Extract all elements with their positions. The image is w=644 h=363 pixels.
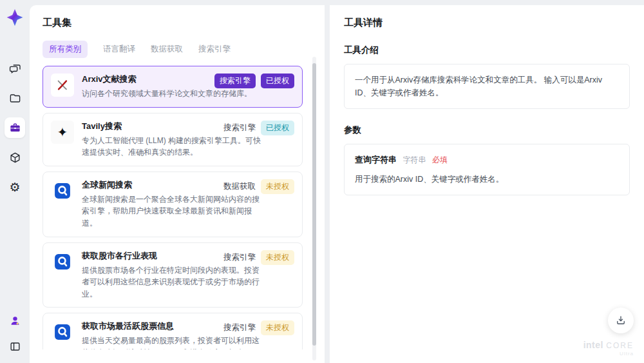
category-label: 搜索引擎 bbox=[223, 322, 256, 333]
params-heading: 参数 bbox=[344, 124, 630, 136]
chat-icon bbox=[9, 63, 21, 75]
panel-toggle-icon bbox=[9, 340, 21, 353]
gear-icon: ⚙ bbox=[9, 181, 20, 193]
intro-text: 一个用于从Arxiv存储库搜索科学论文和文章的工具。 输入可以是Arxiv ID… bbox=[355, 75, 602, 97]
arxiv-icon bbox=[51, 74, 74, 97]
tool-detail-panel: 工具详情 工具介绍 一个用于从Arxiv存储库搜索科学论文和文章的工具。 输入可… bbox=[330, 5, 644, 363]
tab-search-engine[interactable]: 搜索引擎 bbox=[198, 41, 231, 58]
tool-card-global-news[interactable]: 全球新闻搜索 全球新闻搜索是一个聚合全球各大新闻网站内容的搜索引擎，帮助用户快速… bbox=[43, 172, 303, 237]
core-wordmark: CORE bbox=[606, 341, 634, 350]
sidebar-item-models[interactable] bbox=[5, 147, 25, 168]
user-avatar-button[interactable] bbox=[5, 310, 25, 331]
auth-status-badge: 已授权 bbox=[261, 74, 294, 88]
collapse-panel-button[interactable] bbox=[5, 336, 25, 357]
stock-search-icon bbox=[51, 250, 74, 273]
auth-status-badge: 未授权 bbox=[261, 320, 294, 335]
category-label: 数据获取 bbox=[223, 181, 256, 192]
param-name: 查询字符串 bbox=[355, 155, 397, 164]
tool-list: Arxiv文献搜索 访问各个研究领域大量科学论文和文章的存储库。 搜索引擎 已授… bbox=[43, 66, 312, 349]
cube-icon bbox=[9, 152, 21, 164]
tool-card-tavily[interactable]: ✦ Tavily搜索 专为人工智能代理 (LLM) 构建的搜索引擎工具。可快速提… bbox=[43, 113, 303, 166]
category-label: 搜索引擎 bbox=[223, 123, 256, 133]
detail-title: 工具详情 bbox=[344, 17, 630, 29]
intel-sub-label: Ultra bbox=[583, 351, 634, 357]
sidebar-item-files[interactable] bbox=[5, 88, 25, 108]
tool-description: 提供当天交易量最高的股票列表，投资者可以利用这些信息来识别流动性强的股票和潜在的… bbox=[82, 335, 262, 349]
tool-description: 提供股票市场各个行业在特定时间段内的表现。投资者可以利用这些信息来识别表现优于或… bbox=[82, 264, 262, 300]
tab-translation[interactable]: 语言翻译 bbox=[103, 41, 135, 58]
category-label: 搜索引擎 bbox=[223, 252, 256, 263]
param-required-badge: 必填 bbox=[432, 155, 448, 164]
tab-data-fetch[interactable]: 数据获取 bbox=[151, 41, 183, 58]
sidebar-bottom bbox=[5, 310, 25, 357]
param-box: 查询字符串 字符串 必填 用于搜索的Arxiv ID、关键字或作者姓名。 bbox=[344, 144, 630, 195]
intro-heading: 工具介绍 bbox=[344, 44, 630, 56]
download-button[interactable] bbox=[608, 308, 634, 333]
news-search-icon bbox=[51, 179, 74, 202]
user-icon bbox=[9, 315, 21, 327]
auth-status-badge: 已授权 bbox=[261, 121, 294, 135]
stock-search-icon bbox=[51, 320, 74, 344]
param-type: 字符串 bbox=[402, 155, 426, 164]
tool-card-active-stocks[interactable]: 获取市场最活跃股票信息 提供当天交易量最高的股票列表，投资者可以利用这些信息来识… bbox=[43, 313, 303, 349]
auth-status-badge: 未授权 bbox=[261, 179, 294, 194]
auth-status-badge: 未授权 bbox=[261, 250, 294, 265]
sidebar-item-chat[interactable] bbox=[5, 58, 25, 79]
folder-icon bbox=[9, 92, 21, 104]
intel-wordmark: intel bbox=[583, 340, 603, 350]
download-icon bbox=[615, 315, 627, 326]
sidebar: ⚙ bbox=[0, 0, 30, 363]
tool-description: 全球新闻搜索是一个聚合全球各大新闻网站内容的搜索引擎，帮助用户快速获取全球最新资… bbox=[82, 193, 262, 230]
tool-description: 访问各个研究领域大量科学论文和文章的存储库。 bbox=[82, 88, 252, 100]
tavily-star-icon: ✦ bbox=[51, 121, 74, 144]
tool-description: 专为人工智能代理 (LLM) 构建的搜索引擎工具。可快速提供实时、准确和真实的结… bbox=[82, 135, 262, 159]
category-tabs: 所有类别 语言翻译 数据获取 搜索引擎 bbox=[43, 41, 312, 58]
sidebar-item-toolbox[interactable] bbox=[5, 117, 25, 138]
tool-card-sector-performance[interactable]: 获取股市各行业表现 提供股票市场各个行业在特定时间段内的表现。投资者可以利用这些… bbox=[43, 242, 303, 308]
briefcase-icon bbox=[9, 122, 21, 134]
category-badge: 搜索引擎 bbox=[214, 74, 256, 88]
app-logo-icon bbox=[5, 8, 24, 27]
intro-box: 一个用于从Arxiv存储库搜索科学论文和文章的工具。 输入可以是Arxiv ID… bbox=[344, 64, 630, 109]
app-window: ⚙ 工具集 所有类别 语言翻译 bbox=[0, 0, 644, 363]
tool-list-scrollbar[interactable] bbox=[312, 57, 316, 360]
tab-all-categories[interactable]: 所有类别 bbox=[43, 41, 88, 58]
sidebar-item-settings[interactable]: ⚙ bbox=[5, 177, 25, 197]
page-title: 工具集 bbox=[43, 17, 312, 29]
tool-card-arxiv[interactable]: Arxiv文献搜索 访问各个研究领域大量科学论文和文章的存储库。 搜索引擎 已授… bbox=[43, 66, 303, 108]
sidebar-nav: ⚙ bbox=[5, 58, 25, 197]
scrollbar-thumb[interactable] bbox=[312, 63, 316, 346]
param-description: 用于搜索的Arxiv ID、关键字或作者姓名。 bbox=[355, 173, 619, 186]
tool-list-panel: 工具集 所有类别 语言翻译 数据获取 搜索引擎 Arxiv文献搜索 访问各个研究… bbox=[30, 5, 325, 363]
intel-core-logo: intel CORE Ultra bbox=[583, 340, 634, 357]
